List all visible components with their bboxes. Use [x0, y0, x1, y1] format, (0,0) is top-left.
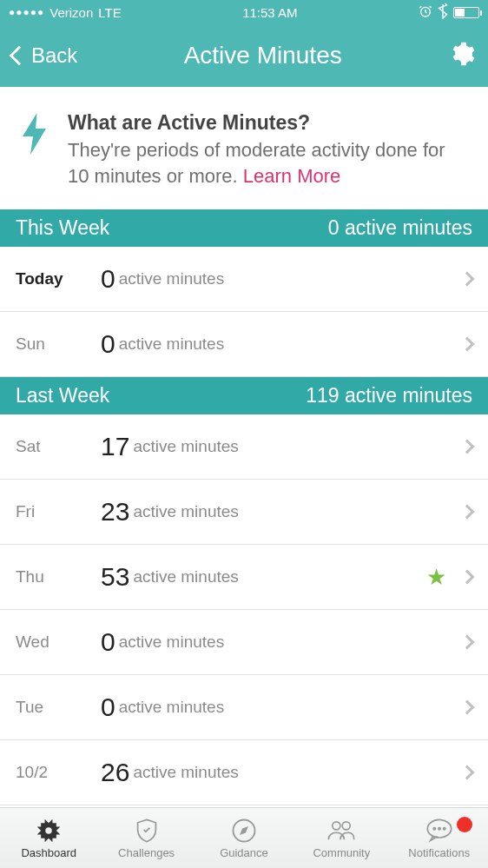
minutes-value: 0	[101, 329, 115, 359]
day-row[interactable]: Sun0 active minutes	[0, 312, 488, 377]
svg-point-4	[342, 822, 350, 830]
minutes-value: 0	[101, 627, 115, 657]
section-total: 0 active minutes	[328, 216, 472, 240]
settings-button[interactable]	[448, 40, 476, 71]
day-label: Today	[16, 269, 101, 288]
battery-icon	[453, 7, 479, 18]
chevron-right-icon	[460, 440, 475, 454]
minutes-unit: active minutes	[133, 502, 238, 521]
minutes-value: 53	[101, 562, 129, 592]
tab-notifications[interactable]: Notifications	[391, 817, 488, 859]
minutes-unit: active minutes	[133, 437, 238, 456]
carrier-label: Verizon	[49, 5, 93, 20]
tab-challenges[interactable]: Challenges	[97, 817, 195, 859]
svg-point-8	[443, 828, 445, 830]
people-icon	[326, 817, 356, 845]
back-label: Back	[31, 43, 77, 68]
shield-icon	[135, 817, 159, 845]
day-row[interactable]: 10/226 active minutes	[0, 740, 488, 805]
minutes-value: 17	[101, 432, 129, 461]
tab-label: Guidance	[220, 846, 268, 859]
network-label: LTE	[98, 5, 121, 20]
minutes-unit: active minutes	[119, 633, 224, 652]
svg-point-3	[333, 822, 340, 830]
chevron-right-icon	[460, 700, 475, 715]
gear-icon	[448, 40, 476, 68]
chevron-right-icon	[460, 505, 475, 520]
section-header: This Week0 active minutes	[0, 209, 488, 247]
chevron-right-icon	[460, 337, 475, 352]
notification-badge	[457, 817, 472, 832]
chevron-right-icon	[460, 570, 475, 585]
section-title: This Week	[16, 216, 109, 240]
minutes-unit: active minutes	[119, 698, 224, 717]
signal-icon: ●●●●●	[9, 6, 44, 18]
speech-icon	[425, 817, 453, 845]
section-total: 119 active minutes	[306, 384, 472, 407]
day-label: 10/2	[16, 763, 101, 782]
tab-guidance[interactable]: Guidance	[195, 817, 293, 859]
day-row[interactable]: Thu53 active minutes★	[0, 545, 488, 610]
minutes-unit: active minutes	[133, 763, 238, 782]
minutes-value: 0	[101, 264, 115, 294]
back-button[interactable]: Back	[12, 43, 77, 68]
day-row[interactable]: Sat17 active minutes	[0, 414, 488, 480]
day-label: Sat	[16, 437, 101, 456]
chevron-right-icon	[460, 635, 475, 650]
minutes-unit: active minutes	[133, 567, 238, 586]
status-time: 11:53 AM	[242, 5, 297, 20]
tab-label: Challenges	[118, 846, 175, 859]
status-bar: ●●●●● Verizon LTE 11:53 AM	[0, 0, 488, 24]
minutes-value: 23	[101, 497, 129, 527]
chevron-left-icon	[10, 46, 30, 66]
chevron-right-icon	[460, 272, 475, 287]
day-row[interactable]: Wed0 active minutes	[0, 610, 488, 675]
day-label: Thu	[16, 567, 101, 586]
bluetooth-icon	[438, 3, 448, 22]
svg-point-6	[433, 828, 435, 830]
svg-point-7	[439, 828, 440, 830]
day-label: Wed	[16, 633, 101, 652]
info-card: What are Active Minutes? They're periods…	[0, 87, 488, 209]
compass-icon	[231, 817, 257, 845]
svg-point-1	[45, 827, 52, 834]
tab-dashboard[interactable]: Dashboard	[0, 817, 97, 859]
day-row[interactable]: Tue0 active minutes	[0, 675, 488, 740]
alarm-icon	[419, 4, 432, 21]
day-row[interactable]: Today0 active minutes	[0, 247, 488, 312]
tab-label: Community	[313, 846, 370, 859]
tab-community[interactable]: Community	[293, 817, 390, 859]
day-label: Fri	[16, 502, 101, 521]
day-row[interactable]: Fri23 active minutes	[0, 480, 488, 545]
tab-bar: Dashboard Challenges Guidance Community …	[0, 807, 488, 868]
nav-bar: Back Active Minutes	[0, 24, 488, 87]
tab-label: Notifications	[408, 846, 470, 859]
minutes-unit: active minutes	[119, 335, 224, 354]
section-title: Last Week	[16, 384, 109, 407]
tab-label: Dashboard	[21, 846, 76, 859]
day-label: Sun	[16, 335, 101, 354]
minutes-value: 26	[101, 758, 129, 787]
info-text: They're periods of moderate activity don…	[68, 137, 469, 189]
minutes-unit: active minutes	[119, 269, 224, 288]
chevron-right-icon	[460, 765, 475, 780]
learn-more-link[interactable]: Learn More	[243, 165, 341, 187]
day-label: Tue	[16, 698, 101, 717]
dashboard-icon	[36, 817, 62, 845]
bolt-icon	[19, 113, 52, 189]
info-title: What are Active Minutes?	[68, 111, 469, 135]
star-icon: ★	[426, 564, 446, 591]
minutes-value: 0	[101, 692, 115, 722]
section-header: Last Week119 active minutes	[0, 377, 488, 414]
page-title: Active Minutes	[184, 42, 342, 70]
